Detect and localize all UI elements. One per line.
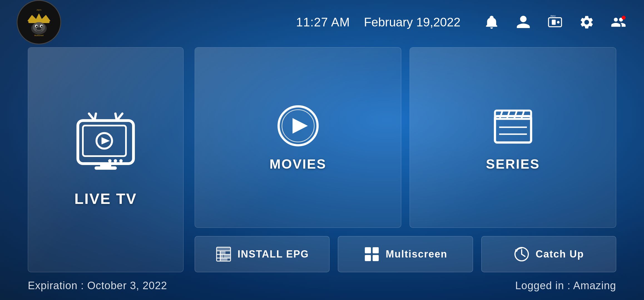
time-display: 11:27 AM (296, 15, 350, 29)
svg-point-8 (41, 26, 43, 27)
svg-point-28 (114, 159, 117, 162)
svg-rect-31 (95, 166, 117, 170)
header-icons: REC (483, 13, 627, 31)
svg-rect-51 (224, 255, 230, 258)
svg-marker-26 (101, 137, 110, 144)
svg-point-10 (37, 28, 39, 29)
catch-up-label: Catch Up (536, 248, 584, 260)
series-label: SERIES (486, 156, 540, 172)
svg-point-11 (39, 28, 41, 29)
svg-line-38 (507, 111, 510, 119)
svg-point-18 (622, 16, 626, 20)
top-cards: MOVIES SERI (195, 47, 616, 228)
svg-rect-54 (373, 247, 379, 253)
svg-text:Jojo's: Jojo's (36, 9, 41, 11)
users-icon (611, 14, 626, 30)
catch-up-button[interactable]: Catch Up (481, 236, 616, 272)
user-icon (516, 14, 531, 30)
catch-up-icon (513, 246, 530, 262)
settings-icon-button[interactable] (578, 13, 596, 31)
live-tv-icon (67, 112, 145, 179)
series-card[interactable]: SERIES (410, 47, 616, 228)
svg-point-27 (108, 159, 112, 162)
svg-rect-53 (365, 247, 371, 253)
svg-rect-48 (217, 248, 231, 250)
record-icon: REC (547, 14, 563, 30)
svg-rect-35 (495, 116, 531, 142)
install-epg-button[interactable]: INSTALL EPG (195, 236, 330, 272)
svg-line-40 (521, 111, 524, 119)
bell-icon (484, 14, 499, 30)
datetime-block: 11:27 AM February 19,2022 (296, 15, 460, 29)
user-icon-button[interactable] (514, 13, 532, 31)
main-content: LIVE TV MOVIES (28, 47, 616, 272)
svg-rect-49 (221, 251, 226, 254)
svg-rect-15 (552, 20, 556, 25)
multiscreen-icon (363, 246, 380, 262)
svg-rect-52 (221, 258, 227, 261)
users-icon-button[interactable] (610, 13, 627, 31)
multiscreen-button[interactable]: Multiscreen (338, 236, 473, 272)
svg-text:REC: REC (551, 15, 556, 18)
live-tv-label: LIVE TV (74, 190, 137, 207)
svg-marker-34 (293, 118, 308, 134)
svg-point-16 (557, 21, 559, 23)
svg-rect-55 (365, 255, 371, 261)
svg-point-7 (36, 26, 38, 27)
settings-icon (579, 14, 595, 30)
logged-in-text: Logged in : Amazing (515, 280, 616, 292)
svg-point-29 (119, 159, 123, 162)
bottom-buttons: INSTALL EPG Multiscreen (195, 236, 616, 272)
right-column: MOVIES SERI (195, 47, 616, 272)
svg-line-39 (514, 111, 517, 119)
record-icon-button[interactable]: REC (546, 13, 564, 31)
bell-icon-button[interactable] (483, 13, 501, 31)
expiration-text: Expiration : October 3, 2022 (28, 280, 167, 292)
header: Jojo's MultiSmart 11:27 AM February 19,2… (0, 0, 644, 44)
svg-line-59 (522, 254, 525, 256)
svg-rect-50 (221, 255, 223, 258)
date-display: February 19,2022 (364, 15, 460, 29)
svg-line-37 (500, 111, 502, 119)
app-logo: Jojo's MultiSmart (17, 0, 61, 44)
live-tv-card[interactable]: LIVE TV (28, 47, 184, 272)
movies-label: MOVIES (269, 156, 326, 172)
multiscreen-label: Multiscreen (386, 248, 447, 260)
svg-rect-56 (373, 255, 379, 261)
movies-icon (276, 104, 320, 148)
series-icon (491, 104, 535, 148)
install-epg-label: INSTALL EPG (237, 248, 309, 260)
svg-text:MultiSmart: MultiSmart (34, 34, 44, 36)
movies-card[interactable]: MOVIES (195, 47, 401, 228)
install-epg-icon (215, 246, 232, 262)
footer: Expiration : October 3, 2022 Logged in :… (28, 280, 616, 292)
logo-icon: Jojo's MultiSmart (22, 6, 56, 39)
